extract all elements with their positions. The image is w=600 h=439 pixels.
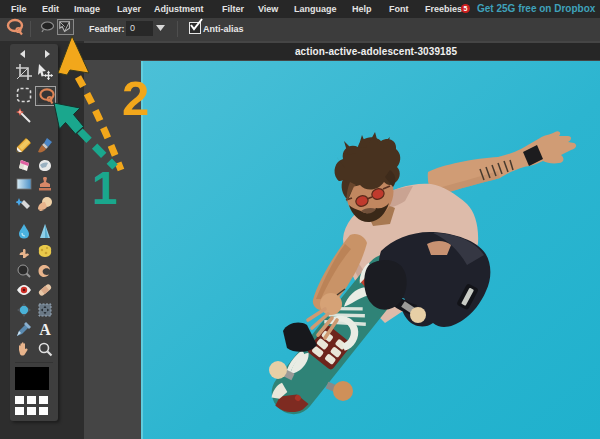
svg-text:A: A bbox=[39, 321, 51, 337]
